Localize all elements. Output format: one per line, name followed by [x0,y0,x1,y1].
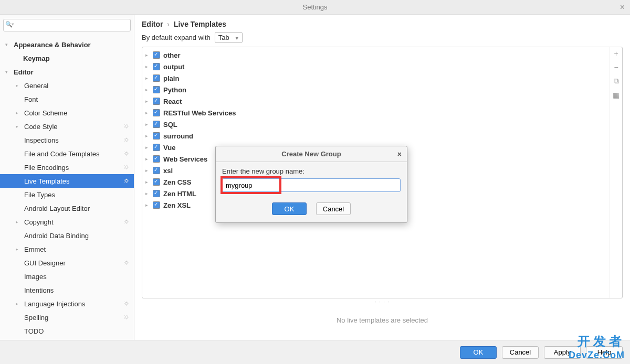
expand-icon[interactable]: ▸ [16,247,21,252]
expand-icon[interactable]: ▸ [145,122,151,127]
template-group-label: plain [163,74,179,82]
checkbox[interactable] [153,86,160,93]
dialog-prompt: Enter the new group name: [222,167,401,175]
settings-tree: ▾Appearance & BehaviorKeymap▾Editor▸Gene… [0,35,134,338]
expand-icon[interactable]: ▸ [16,110,21,115]
sidebar-item-copyright[interactable]: ▸Copyright⛭ [0,215,134,229]
sidebar-item-images[interactable]: Images [0,270,134,283]
expand-icon[interactable]: ▸ [16,83,21,88]
checkbox[interactable] [153,190,160,197]
group-name-input-container [222,178,401,193]
checkbox[interactable] [153,63,160,70]
sidebar-item-general[interactable]: ▸General [0,79,134,92]
template-group-other[interactable]: ▸other [142,49,610,61]
checkbox[interactable] [153,98,160,105]
checkbox[interactable] [153,109,160,116]
checkbox[interactable] [153,201,160,209]
expand-icon[interactable]: ▸ [145,110,151,115]
sidebar-item-emmet[interactable]: ▸Emmet [0,242,134,256]
sidebar-item-todo[interactable]: TODO [0,324,134,338]
dialog-cancel-button[interactable]: Cancel [316,202,351,215]
paste-icon[interactable]: ▦ [613,91,620,99]
checkbox[interactable] [153,178,160,186]
sidebar-item-label: TODO [24,327,134,335]
checkbox[interactable] [153,155,160,163]
template-group-restful-web-services[interactable]: ▸RESTful Web Services [142,107,610,119]
expand-icon[interactable]: ▸ [145,179,151,185]
expand-icon[interactable]: ▾ [5,42,10,47]
sidebar-item-color-scheme[interactable]: ▸Color Scheme [0,106,134,120]
sidebar-item-inspections[interactable]: Inspections⛭ [0,133,134,147]
expand-icon[interactable]: ▸ [145,202,151,208]
copy-icon[interactable]: ⧉ [614,77,619,85]
footer-help-button[interactable]: Help [586,346,623,359]
breadcrumb-editor[interactable]: Editor [142,20,163,28]
resize-handle[interactable]: · · · · [142,298,623,306]
sidebar-item-gui-designer[interactable]: GUI Designer⛭ [0,256,134,270]
expand-icon[interactable]: ▸ [145,133,151,138]
expand-icon[interactable]: ▸ [16,301,21,306]
sidebar-item-spelling[interactable]: Spelling⛭ [0,311,134,324]
sidebar-item-editor[interactable]: ▾Editor [0,65,134,79]
window-close-icon[interactable]: × [620,3,625,12]
footer-apply-button[interactable]: Apply [544,346,581,359]
expand-icon[interactable]: ▸ [16,219,21,224]
footer-cancel-button[interactable]: Cancel [502,346,539,359]
template-group-output[interactable]: ▸output [142,61,610,72]
expand-icon[interactable]: ▸ [145,76,151,81]
remove-icon[interactable]: − [614,63,618,71]
template-group-sql[interactable]: ▸SQL [142,119,610,130]
sidebar-item-android-data-binding[interactable]: Android Data Binding [0,229,134,242]
expand-icon[interactable]: ▸ [145,99,151,104]
search-input[interactable] [3,19,131,31]
template-group-surround[interactable]: ▸surround [142,130,610,142]
sidebar-item-android-layout-editor[interactable]: Android Layout Editor [0,201,134,215]
dialog-title: Create New Group [281,150,341,158]
expand-icon[interactable]: ▸ [145,168,151,173]
sidebar-item-font[interactable]: Font [0,92,134,106]
expand-icon[interactable]: ▸ [16,124,21,129]
sidebar-item-file-encodings[interactable]: File Encodings⛭ [0,160,134,174]
expand-icon[interactable]: ▸ [145,156,151,162]
group-name-input[interactable] [222,178,401,192]
empty-selection-status: No live templates are selected [142,306,623,340]
expand-icon[interactable]: ▸ [145,191,151,196]
sidebar-item-language-injections[interactable]: ▸Language Injections⛭ [0,297,134,311]
expand-with-select[interactable]: Tab [215,32,243,43]
gear-icon: ⛭ [123,177,130,185]
expand-icon[interactable]: ▾ [5,69,10,74]
dialog-ok-button[interactable]: OK [272,202,307,215]
checkbox[interactable] [153,167,160,174]
sidebar-item-label: Keymap [23,55,134,62]
template-group-python[interactable]: ▸Python [142,84,610,95]
sidebar-item-live-templates[interactable]: Live Templates⛭ [0,174,134,188]
expand-icon[interactable]: ▸ [145,87,151,92]
sidebar-item-intentions[interactable]: Intentions [0,283,134,297]
sidebar-item-file-types[interactable]: File Types [0,188,134,201]
expand-with-label: By default expand with [142,34,211,41]
sidebar-item-label: Code Style [24,123,123,131]
checkbox[interactable] [153,51,160,59]
template-side-toolbar: + − ⧉ ▦ [610,47,622,298]
template-group-plain[interactable]: ▸plain [142,72,610,84]
template-group-label: SQL [163,121,177,129]
template-group-react[interactable]: ▸React [142,95,610,107]
checkbox[interactable] [153,121,160,128]
expand-icon[interactable]: ▸ [145,52,151,58]
sidebar-item-appearance-behavior[interactable]: ▾Appearance & Behavior [0,38,134,51]
expand-icon[interactable]: ▸ [145,64,151,69]
add-icon[interactable]: + [614,49,618,58]
dialog-close-icon[interactable]: × [397,150,402,158]
template-group-label: Zen HTML [163,190,196,198]
sidebar-item-code-style[interactable]: ▸Code Style⛭ [0,120,134,133]
sidebar-item-file-and-code-templates[interactable]: File and Code Templates⛭ [0,147,134,160]
checkbox[interactable] [153,132,160,140]
footer-ok-button[interactable]: OK [460,346,497,359]
dialog-header[interactable]: Create New Group × [216,146,407,162]
template-group-label: surround [163,132,193,140]
checkbox[interactable] [153,144,160,151]
checkbox[interactable] [153,74,160,82]
search-dropdown-icon[interactable]: ▾ [12,22,14,27]
sidebar-item-keymap[interactable]: Keymap [0,51,134,65]
expand-icon[interactable]: ▸ [145,145,151,150]
